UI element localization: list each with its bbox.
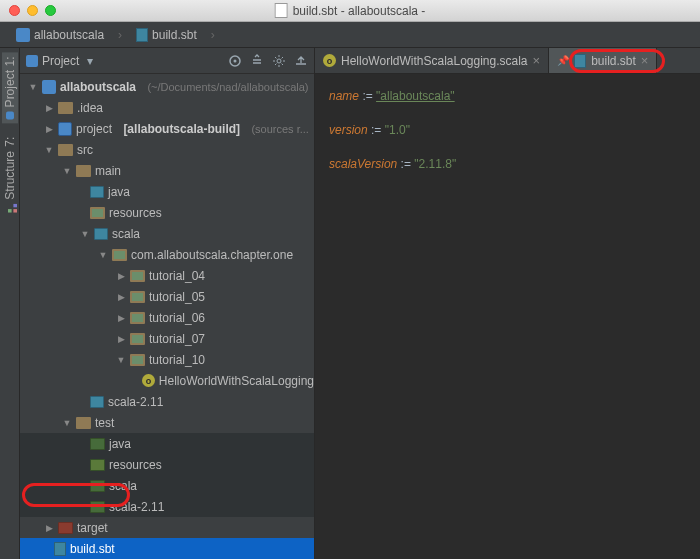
tree-item-main[interactable]: main	[20, 160, 314, 181]
string-literal: "1.0"	[385, 123, 410, 137]
sbt-file-icon	[54, 542, 66, 556]
tree-item-tut04[interactable]: tutorial_04	[20, 265, 314, 286]
op: :=	[371, 123, 381, 137]
project-panel-header: Project ▾	[20, 48, 314, 74]
tree-label: resources	[109, 206, 162, 220]
package-icon	[130, 354, 145, 366]
tree-item-test-resources[interactable]: resources	[20, 454, 314, 475]
titlebar: build.sbt - allaboutscala -	[0, 0, 700, 22]
sbt-file-icon	[136, 28, 148, 42]
kw-name: name	[329, 89, 359, 103]
breadcrumb-separator	[116, 28, 124, 42]
file-icon	[275, 3, 288, 18]
tree-label: tutorial_07	[149, 332, 205, 346]
window-minimize-button[interactable]	[27, 5, 38, 16]
project-panel: Project ▾ allaboutscala (~/Documents/nad…	[20, 48, 315, 559]
tree-item-scala211[interactable]: scala-2.11	[20, 391, 314, 412]
tree-item-tut06[interactable]: tutorial_06	[20, 307, 314, 328]
string-literal: "allaboutscala"	[376, 89, 455, 103]
test-folder-icon	[90, 480, 105, 492]
source-folder-icon	[90, 396, 104, 408]
tree-label: java	[108, 185, 130, 199]
tree-item-resources[interactable]: resources	[20, 202, 314, 223]
svg-point-5	[277, 59, 281, 63]
module-icon	[58, 122, 72, 136]
kw-version: version	[329, 123, 368, 137]
tab-label: build.sbt	[591, 54, 636, 68]
hide-icon[interactable]	[294, 54, 308, 68]
folder-icon	[58, 144, 73, 156]
tree-label: resources	[109, 458, 162, 472]
left-toolwindow-rail: Project 1: Structure 7:	[0, 48, 20, 559]
tree-label: project	[76, 122, 112, 136]
svg-point-4	[234, 59, 237, 62]
svg-rect-0	[13, 209, 17, 213]
scala-object-icon: o	[323, 54, 336, 67]
window-title: build.sbt - allaboutscala -	[275, 3, 426, 18]
project-root-name: allaboutscala	[60, 80, 136, 94]
svg-rect-1	[8, 209, 12, 213]
tree-label: scala	[109, 479, 137, 493]
window-close-button[interactable]	[9, 5, 20, 16]
tree-item-tut05[interactable]: tutorial_05	[20, 286, 314, 307]
scala-object-icon: o	[142, 374, 155, 387]
close-icon[interactable]: ×	[533, 53, 541, 68]
collapse-all-icon[interactable]	[250, 54, 264, 68]
code-line-2: version := "1.0"	[329, 118, 686, 142]
tree-item-project[interactable]: project [allaboutscala-build] (sources r…	[20, 118, 314, 139]
tree-root[interactable]: allaboutscala (~/Documents/nad/allabouts…	[20, 76, 314, 97]
tree-label: test	[95, 416, 114, 430]
project-tree[interactable]: allaboutscala (~/Documents/nad/allabouts…	[20, 74, 314, 559]
tree-item-test-scala211[interactable]: scala-2.11	[20, 496, 314, 517]
breadcrumb-file[interactable]: build.sbt	[128, 26, 205, 44]
gear-icon[interactable]	[272, 54, 286, 68]
tab-buildsbt[interactable]: 📌 build.sbt ×	[549, 48, 657, 73]
tree-item-package[interactable]: com.allaboutscala.chapter.one	[20, 244, 314, 265]
tree-item-tut07[interactable]: tutorial_07	[20, 328, 314, 349]
tree-label: build.sbt	[70, 542, 115, 556]
project-panel-title: Project	[42, 54, 79, 68]
tree-item-tut10[interactable]: tutorial_10	[20, 349, 314, 370]
tree-item-idea[interactable]: .idea	[20, 97, 314, 118]
sbt-file-icon	[574, 54, 586, 68]
structure-icon	[5, 204, 14, 213]
tree-label: scala	[112, 227, 140, 241]
package-icon	[112, 249, 127, 261]
code-editor[interactable]: name := "allaboutscala" version := "1.0"…	[315, 74, 700, 186]
test-resources-folder-icon	[90, 459, 105, 471]
window-zoom-button[interactable]	[45, 5, 56, 16]
kw-scalaversion: scalaVersion	[329, 157, 397, 171]
chevron-down-icon[interactable]: ▾	[83, 54, 97, 68]
op: :=	[362, 89, 372, 103]
project-icon	[26, 55, 38, 67]
rail-structure-tab[interactable]: Structure 7:	[2, 133, 18, 217]
tree-label: HelloWorldWithScalaLogging	[159, 374, 314, 388]
tree-item-test[interactable]: test	[20, 412, 314, 433]
tree-item-target[interactable]: target	[20, 517, 314, 538]
source-folder-icon	[94, 228, 108, 240]
tab-hello[interactable]: o HelloWorldWithScalaLogging.scala ×	[315, 48, 549, 73]
close-icon[interactable]: ×	[641, 53, 649, 68]
pin-icon: 📌	[557, 55, 569, 66]
tab-label: HelloWorldWithScalaLogging.scala	[341, 54, 528, 68]
tree-item-hello[interactable]: oHelloWorldWithScalaLogging	[20, 370, 314, 391]
editor-area: o HelloWorldWithScalaLogging.scala × 📌 b…	[315, 48, 700, 559]
folder-icon	[58, 102, 73, 114]
locate-icon[interactable]	[228, 54, 242, 68]
breadcrumb-file-label: build.sbt	[152, 28, 197, 42]
tree-item-scala[interactable]: scala	[20, 223, 314, 244]
tree-label: scala-2.11	[108, 395, 163, 409]
rail-project-tab[interactable]: Project 1:	[2, 52, 18, 123]
tree-item-test-java[interactable]: java	[20, 433, 314, 454]
tree-item-buildsbt[interactable]: build.sbt	[20, 538, 314, 559]
tree-item-test-scala[interactable]: scala	[20, 475, 314, 496]
source-folder-icon	[90, 186, 104, 198]
tree-label: com.allaboutscala.chapter.one	[131, 248, 293, 262]
tree-item-src[interactable]: src	[20, 139, 314, 160]
breadcrumb: allaboutscala build.sbt	[0, 22, 700, 48]
tree-item-java[interactable]: java	[20, 181, 314, 202]
tree-label: tutorial_04	[149, 269, 205, 283]
breadcrumb-project-label: allaboutscala	[34, 28, 104, 42]
test-folder-icon	[90, 438, 105, 450]
breadcrumb-project[interactable]: allaboutscala	[8, 26, 112, 44]
